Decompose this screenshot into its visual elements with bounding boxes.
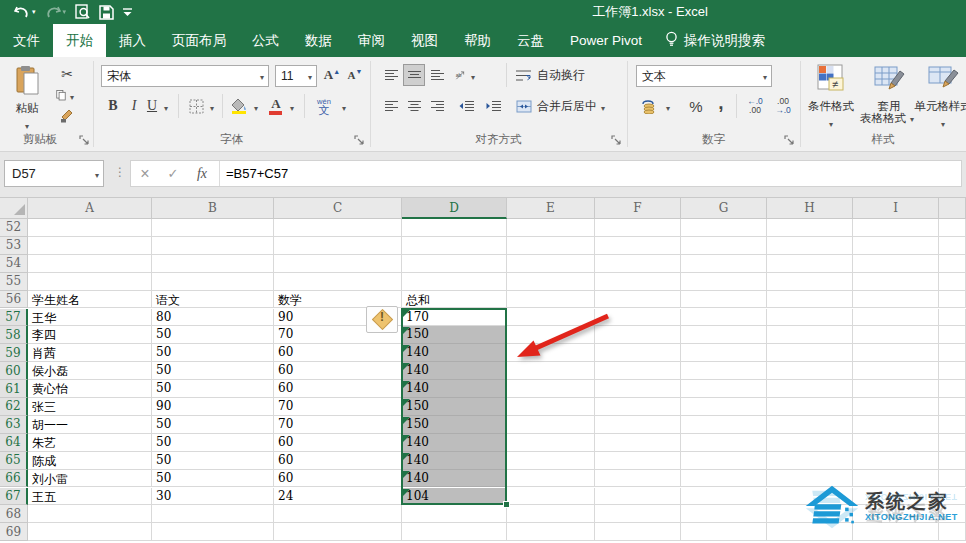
cell[interactable]: 60 bbox=[274, 434, 402, 452]
row-header[interactable]: 63 bbox=[0, 416, 28, 434]
insert-function-icon[interactable]: fx bbox=[187, 166, 217, 182]
cell[interactable]: 王五 bbox=[28, 488, 152, 506]
font-dialog-launcher[interactable] bbox=[354, 135, 366, 147]
cell[interactable] bbox=[507, 505, 595, 523]
cell[interactable] bbox=[681, 523, 767, 541]
cell[interactable] bbox=[507, 398, 595, 416]
column-header[interactable]: H bbox=[767, 198, 853, 219]
tab-formulas[interactable]: 公式 bbox=[239, 24, 292, 57]
cell[interactable] bbox=[507, 488, 595, 506]
cell[interactable] bbox=[152, 505, 274, 523]
cell[interactable] bbox=[274, 219, 402, 237]
cell[interactable] bbox=[595, 362, 681, 380]
cell[interactable] bbox=[507, 470, 595, 488]
cell[interactable] bbox=[595, 380, 681, 398]
cell[interactable] bbox=[681, 291, 767, 309]
column-header[interactable]: E bbox=[507, 198, 595, 219]
cell[interactable] bbox=[28, 219, 152, 237]
cell[interactable]: 140 bbox=[402, 380, 507, 398]
merge-center-dropdown-icon[interactable] bbox=[597, 97, 609, 115]
font-name-dropdown-icon[interactable] bbox=[256, 69, 268, 83]
cell[interactable] bbox=[767, 237, 853, 255]
cell[interactable] bbox=[595, 273, 681, 291]
save-icon[interactable] bbox=[99, 5, 114, 20]
cancel-icon[interactable] bbox=[131, 165, 159, 183]
cell[interactable]: 张三 bbox=[28, 398, 152, 416]
column-header[interactable]: B bbox=[152, 198, 274, 219]
cell[interactable]: 50 bbox=[152, 380, 274, 398]
font-color-dropdown-icon[interactable] bbox=[286, 96, 298, 116]
cell[interactable] bbox=[28, 505, 152, 523]
name-box[interactable]: D57 bbox=[4, 160, 104, 187]
cell[interactable] bbox=[681, 362, 767, 380]
cell[interactable] bbox=[402, 255, 507, 273]
align-left-button[interactable] bbox=[381, 96, 401, 116]
increase-decimal-button[interactable]: ←.0.00 bbox=[742, 94, 768, 118]
cell[interactable]: 60 bbox=[274, 380, 402, 398]
cell[interactable] bbox=[681, 488, 767, 506]
cell[interactable] bbox=[853, 434, 939, 452]
cell[interactable] bbox=[853, 255, 939, 273]
cell[interactable] bbox=[939, 237, 966, 255]
align-center-button[interactable] bbox=[404, 96, 424, 116]
cell[interactable]: 李四 bbox=[28, 326, 152, 344]
cell[interactable] bbox=[681, 470, 767, 488]
column-header[interactable]: D bbox=[402, 198, 507, 219]
borders-button[interactable] bbox=[186, 96, 206, 116]
number-dialog-launcher[interactable] bbox=[784, 135, 796, 147]
cut-button[interactable]: ✂ bbox=[56, 65, 78, 83]
cell[interactable]: 胡一一 bbox=[28, 416, 152, 434]
print-preview-icon[interactable] bbox=[75, 4, 90, 20]
cell[interactable] bbox=[767, 219, 853, 237]
font-color-button[interactable]: A bbox=[266, 96, 286, 116]
row-header[interactable]: 58 bbox=[0, 326, 28, 344]
copy-button[interactable] bbox=[56, 86, 78, 104]
row-header[interactable]: 59 bbox=[0, 344, 28, 362]
bold-button[interactable]: B bbox=[104, 96, 122, 116]
decrease-decimal-button[interactable]: .00→.0 bbox=[770, 94, 796, 118]
cell[interactable]: 刘小雷 bbox=[28, 470, 152, 488]
fill-color-dropdown-icon[interactable] bbox=[250, 96, 262, 116]
cell[interactable] bbox=[507, 309, 595, 327]
cell[interactable] bbox=[274, 523, 402, 541]
cell[interactable] bbox=[595, 309, 681, 327]
cell[interactable] bbox=[681, 452, 767, 470]
cell[interactable] bbox=[152, 219, 274, 237]
undo-icon[interactable]: ▾ bbox=[14, 6, 36, 19]
cell[interactable] bbox=[595, 416, 681, 434]
cell[interactable]: 朱艺 bbox=[28, 434, 152, 452]
cell[interactable] bbox=[767, 362, 853, 380]
percent-style-button[interactable]: % bbox=[684, 94, 708, 118]
row-header[interactable]: 68 bbox=[0, 505, 28, 523]
column-header[interactable]: I bbox=[853, 198, 939, 219]
cell[interactable] bbox=[402, 219, 507, 237]
cell[interactable]: 50 bbox=[152, 470, 274, 488]
row-header[interactable]: 54 bbox=[0, 255, 28, 273]
font-size-dropdown-icon[interactable] bbox=[304, 69, 316, 83]
orientation-button[interactable]: ab bbox=[455, 65, 479, 85]
cell[interactable] bbox=[507, 452, 595, 470]
cell[interactable] bbox=[767, 291, 853, 309]
cell[interactable] bbox=[507, 434, 595, 452]
formula-text[interactable]: =B57+C57 bbox=[226, 166, 288, 181]
tell-me-search[interactable]: 操作说明搜索 bbox=[655, 24, 765, 57]
cell[interactable] bbox=[274, 255, 402, 273]
format-painter-button[interactable] bbox=[56, 107, 78, 125]
cell[interactable] bbox=[28, 273, 152, 291]
paste-dropdown-icon[interactable] bbox=[21, 115, 33, 133]
cell[interactable] bbox=[681, 309, 767, 327]
cell[interactable] bbox=[853, 344, 939, 362]
cell[interactable] bbox=[853, 398, 939, 416]
format-as-table-dropdown-icon[interactable] bbox=[906, 112, 918, 124]
row-header[interactable]: 64 bbox=[0, 434, 28, 452]
row-header[interactable]: 57 bbox=[0, 309, 28, 327]
cell[interactable]: 140 bbox=[402, 470, 507, 488]
cell[interactable] bbox=[507, 380, 595, 398]
cell[interactable] bbox=[939, 309, 966, 327]
align-right-button[interactable] bbox=[427, 96, 447, 116]
cell[interactable] bbox=[595, 255, 681, 273]
fill-handle[interactable] bbox=[503, 501, 510, 508]
cell[interactable] bbox=[28, 255, 152, 273]
cell[interactable] bbox=[767, 380, 853, 398]
tab-page-layout[interactable]: 页面布局 bbox=[159, 24, 239, 57]
